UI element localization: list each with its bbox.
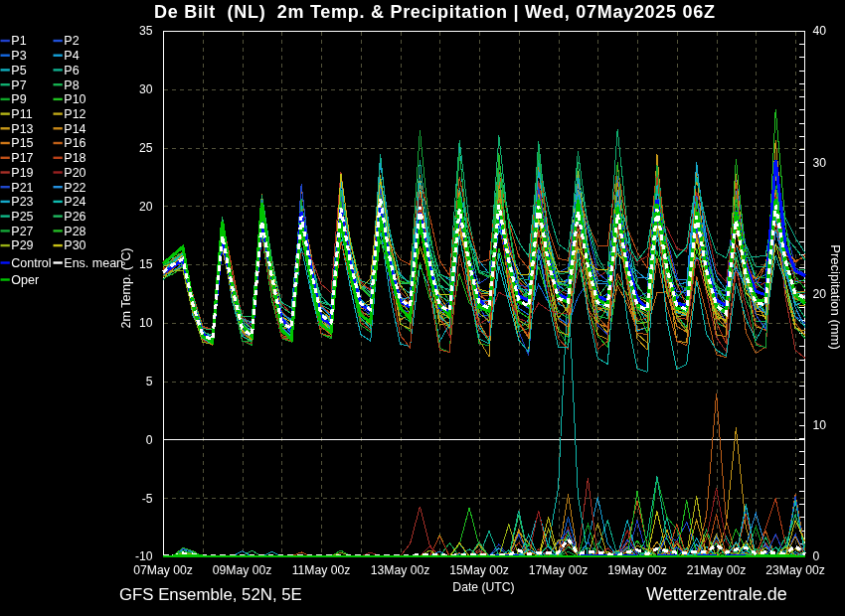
svg-text:P28: P28 (64, 225, 85, 238)
svg-text:07May 00z: 07May 00z (133, 563, 193, 577)
svg-text:19May 00z: 19May 00z (607, 563, 667, 577)
svg-text:P27: P27 (11, 225, 33, 238)
svg-text:De Bilt (NL) 2m Temp. & Prec: De Bilt (NL) 2m Temp. & Precipitation | … (154, 2, 716, 22)
svg-text:P2: P2 (64, 34, 79, 48)
svg-text:P21: P21 (11, 181, 33, 195)
svg-text:P8: P8 (64, 78, 79, 92)
svg-text:P23: P23 (11, 195, 33, 209)
svg-text:P19: P19 (11, 166, 33, 180)
svg-text:13May 00z: 13May 00z (371, 563, 430, 577)
svg-text:25: 25 (139, 141, 153, 155)
svg-text:P7: P7 (11, 78, 26, 92)
svg-text:P29: P29 (11, 238, 33, 252)
svg-text:P3: P3 (11, 49, 26, 63)
svg-text:P30: P30 (64, 238, 85, 252)
svg-text:P6: P6 (64, 64, 79, 77)
svg-text:40: 40 (813, 24, 827, 38)
svg-text:15May 00z: 15May 00z (449, 563, 509, 577)
svg-text:30: 30 (139, 82, 153, 96)
svg-text:-10: -10 (135, 549, 153, 563)
svg-text:P13: P13 (11, 122, 33, 136)
svg-text:09May 00z: 09May 00z (213, 563, 272, 577)
svg-text:30: 30 (813, 156, 827, 170)
svg-text:P14: P14 (64, 122, 85, 136)
svg-text:P18: P18 (64, 151, 85, 165)
svg-text:17May 00z: 17May 00z (529, 563, 589, 577)
svg-text:P22: P22 (64, 181, 85, 195)
svg-text:P4: P4 (64, 49, 79, 63)
svg-text:P26: P26 (64, 210, 85, 224)
svg-text:P20: P20 (64, 166, 85, 180)
svg-text:P15: P15 (11, 136, 33, 150)
svg-text:15: 15 (139, 257, 153, 271)
svg-text:P24: P24 (64, 195, 85, 209)
svg-text:P1: P1 (11, 34, 26, 48)
svg-text:P11: P11 (11, 107, 32, 121)
svg-text:35: 35 (139, 24, 153, 38)
svg-text:20: 20 (139, 200, 153, 214)
svg-text:20: 20 (813, 287, 827, 301)
svg-text:11May 00z: 11May 00z (292, 563, 351, 577)
svg-text:-5: -5 (142, 492, 153, 506)
svg-text:10: 10 (139, 316, 153, 330)
svg-text:P5: P5 (11, 64, 26, 77)
svg-text:P16: P16 (64, 136, 85, 150)
svg-text:0: 0 (146, 433, 153, 447)
svg-text:P17: P17 (11, 151, 33, 165)
svg-text:10: 10 (813, 418, 827, 432)
svg-text:21May 00z: 21May 00z (687, 563, 747, 577)
svg-text:Ens. mean: Ens. mean (64, 256, 123, 270)
svg-text:P25: P25 (11, 210, 33, 224)
svg-text:Oper: Oper (11, 273, 39, 287)
svg-text:P10: P10 (64, 92, 85, 106)
svg-text:Date (UTC): Date (UTC) (452, 580, 514, 594)
svg-text:5: 5 (146, 375, 153, 388)
svg-text:Precipitation (mm): Precipitation (mm) (828, 244, 843, 349)
svg-text:P9: P9 (11, 92, 26, 106)
svg-text:GFS Ensemble, 52N, 5E: GFS Ensemble, 52N, 5E (119, 585, 302, 604)
svg-text:0: 0 (813, 549, 820, 563)
svg-text:Control: Control (11, 256, 51, 270)
svg-text:23May 00z: 23May 00z (765, 563, 825, 577)
svg-text:Wetterzentrale.de: Wetterzentrale.de (646, 584, 787, 604)
svg-text:P12: P12 (64, 107, 85, 121)
